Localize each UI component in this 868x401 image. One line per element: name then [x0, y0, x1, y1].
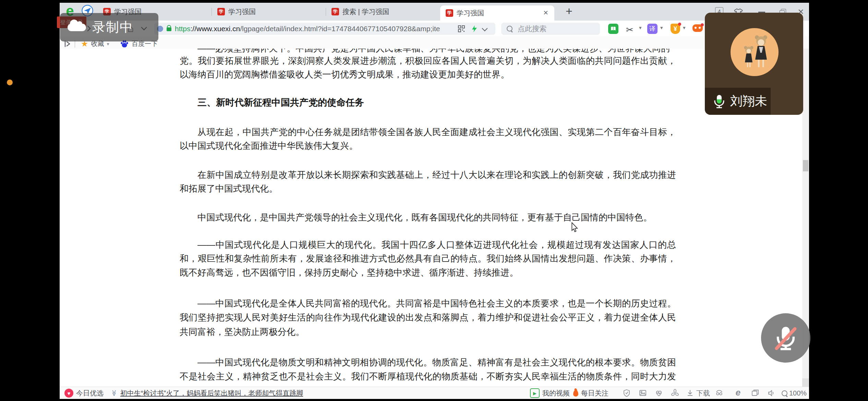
news-ticker[interactable]: ≫ 初中生“检讨书”火了，妈妈看后笑出猪叫，老师却气得直跳脚	[111, 387, 303, 399]
caller-avatar	[731, 28, 779, 76]
recording-status-label: 录制中	[92, 19, 133, 36]
scissors-menu-icon[interactable]: ▾	[639, 25, 642, 31]
ticker-chevron-icon: ≫	[110, 390, 118, 397]
muted-mic-icon	[771, 324, 800, 352]
article-line-clipped: ——必须坚持胸怀天下。中国共产党是为中国人民谋幸福、为中华民族谋复兴的党，也是为…	[180, 49, 676, 53]
download-label: 下载	[696, 389, 710, 398]
favorites-menu-icon[interactable]: ▾	[107, 41, 109, 47]
article-line: ——中国式现代化是全体人民共同富裕的现代化。共同富裕是中国特色社会主义的本质要求…	[180, 298, 676, 309]
speed-bolt-icon[interactable]	[470, 25, 479, 34]
screenshot-scissors-icon[interactable]: ✂	[626, 25, 634, 35]
pinwheel-icon[interactable]	[671, 389, 679, 399]
translate-glyph: 译	[649, 25, 655, 33]
translate-menu-icon[interactable]: ▾	[660, 25, 663, 31]
caller-nameplate: 刘翔未	[705, 88, 771, 115]
my-videos[interactable]: ▶ 我的视频	[530, 387, 570, 399]
today-pick[interactable]: ♥ 今日优选	[64, 387, 104, 399]
download-icon	[686, 389, 695, 398]
article-line: 党。我们要拓展世界眼光，深刻洞察人类发展进步潮流，积极回应各国人民普遍关切，为解…	[180, 56, 676, 66]
tab-2[interactable]: 学 学习强国	[212, 3, 326, 21]
novel-extension-icon[interactable]	[608, 24, 618, 34]
zoom-level: 100%	[789, 389, 807, 397]
mic-level-icon	[712, 94, 726, 109]
article-line: 在新中国成立特别是改革开放以来长期探索和实践基础上，经过十八大以来在理论和实践上…	[180, 170, 676, 181]
health-heart-icon[interactable]	[654, 389, 663, 399]
new-tab-button[interactable]: +	[562, 4, 576, 18]
close-tab-icon[interactable]: ×	[543, 8, 548, 17]
screen-recording: e 学 学习强国 学 学习强国 学 搜索 | 学习强国	[0, 0, 868, 401]
split-window-icon[interactable]	[751, 389, 760, 399]
game-extension-icon[interactable]	[692, 24, 703, 32]
scrollbar-bottom-segment	[802, 378, 809, 387]
heart-badge-icon: ♥	[64, 389, 73, 398]
ie-compat-icon[interactable]: e	[734, 388, 743, 397]
article-line: 以海纳百川的宽阔胸襟借鉴吸收人类一切优秀文明成果，推动建设更加美好的世界。	[180, 69, 676, 80]
tab-3[interactable]: 学 搜索 | 学习强国	[326, 3, 440, 21]
url-text[interactable]: https://www.xuexi.cn/lgpage/detail/index…	[175, 23, 548, 35]
image-capture-icon[interactable]	[638, 389, 647, 399]
zoom-magnifier-icon	[782, 390, 787, 396]
article-line: 和拓展了中国式现代化。	[180, 183, 676, 194]
yuan-glyph: ¥	[674, 25, 677, 33]
security-shield-icon[interactable]	[622, 389, 631, 399]
download-item[interactable]: 下载	[686, 387, 710, 399]
mouse-cursor	[570, 222, 579, 234]
xuexi-favicon-icon: 学	[446, 9, 453, 17]
incognito-icon[interactable]	[715, 389, 724, 399]
address-bar[interactable]: https://www.xuexi.cn/lgpage/detail/index…	[154, 23, 495, 35]
scrollbar-thumb[interactable]	[803, 160, 808, 171]
article-content: ——必须坚持胸怀天下。中国共产党是为中国人民谋幸福、为中华民族谋复兴的党，也是为…	[60, 49, 809, 387]
ie-glyph: e	[736, 387, 740, 398]
video-call-panel[interactable]: 刘翔未	[705, 13, 803, 115]
secure-lock-icon	[167, 27, 171, 31]
article-line: 不是社会主义，精神贫乏也不是社会主义。我们不断厚植现代化的物质基础，不断夯实人民…	[180, 371, 676, 382]
article-line: 从现在起，中国共产党的中心任务就是团结带领全国各族人民全面建成社会主义现代化强国…	[180, 127, 676, 138]
url-path: /lgpage/detail/index.html?id=17478440677…	[240, 25, 440, 33]
play-icon: ▶	[530, 388, 540, 398]
search-icon	[507, 26, 513, 32]
search-box[interactable]: 点此搜索	[501, 23, 600, 35]
notification-dot	[701, 23, 704, 26]
article-line: 共同富裕，坚决防止两极分化。	[180, 327, 676, 337]
tab-4-active[interactable]: 学 学习强国 ×	[440, 5, 554, 21]
headline-link[interactable]: 初中生“检讨书”火了，妈妈看后笑出猪叫，老师却气得直跳脚	[120, 389, 303, 398]
tab-label: 学习强国	[228, 7, 256, 16]
tab-bar: e 学 学习强国 学 学习强国 学 搜索 | 学习强国	[60, 3, 809, 21]
browser-window: e 学 学习强国 学 学习强国 学 搜索 | 学习强国	[60, 3, 809, 399]
today-pick-label: 今日优选	[76, 389, 104, 398]
daily-follow[interactable]: 每日关注	[573, 387, 608, 399]
microphone-muted-button[interactable]	[761, 313, 810, 363]
daily-follow-label: 每日关注	[581, 389, 608, 398]
url-host: ://www.xuexi.cn	[191, 25, 240, 33]
article-line: ——中国式现代化是物质文明和精神文明相协调的现代化。物质富足、精神富有是社会主义…	[180, 357, 676, 368]
article-heading: 三、新时代新征程中国共产党的使命任务	[180, 97, 676, 108]
caller-name: 刘翔未	[730, 93, 767, 110]
tab-label: 搜索 | 学习强国	[342, 7, 389, 16]
article-line: 以中国式现代化全面推进中华民族伟大复兴。	[180, 141, 676, 151]
url-scheme: https	[175, 25, 191, 33]
search-placeholder: 点此搜索	[518, 23, 546, 35]
flame-icon	[573, 390, 578, 397]
wallet-shield-extension-icon[interactable]: ¥	[671, 24, 680, 34]
article-line: 我们坚持把实现人民对美好生活的向往作为现代化建设的出发点和落脚点，着力维护和促进…	[180, 312, 676, 323]
xuexi-favicon-icon: 学	[217, 8, 225, 15]
article-line: 既不好高骛远，也不因循守旧，保持历史耐心，坚持稳中求进、循序渐进、持续推进。	[180, 267, 676, 278]
article-line: 中国式现代化，是中国共产党领导的社会主义现代化，既有各国现代化的共同特征，更有基…	[180, 212, 676, 222]
cloud-recording-icon	[68, 24, 86, 31]
tab-label: 学习强国	[457, 9, 484, 18]
my-videos-label: 我的视频	[542, 389, 570, 398]
speaker-icon[interactable]	[767, 389, 776, 399]
translate-extension-icon[interactable]: 译	[647, 24, 658, 34]
status-bar: ♥ 今日优选 ≫ 初中生“检讨书”火了，妈妈看后笑出猪叫，老师却气得直跳脚 ▶ …	[60, 387, 809, 399]
zoom-control[interactable]: 100%	[782, 387, 807, 399]
xuexi-favicon-icon: 学	[331, 8, 339, 15]
annotation-dot	[7, 80, 13, 85]
wallet-menu-icon[interactable]: ▾	[683, 25, 686, 31]
notification-dot	[678, 23, 681, 26]
article-line: 和，艰巨性和复杂性前所未有，发展途径和推进方式也必然具有自己的特点。我们始终从国…	[180, 253, 676, 264]
navigation-toolbar: ⌂ https://www.xuexi.cn/lgpage/detail/ind…	[60, 21, 809, 36]
qr-code-icon[interactable]	[458, 25, 465, 34]
recording-indicator[interactable]: 录制中	[60, 13, 158, 41]
article-line: ——中国式现代化是人口规模巨大的现代化。我国十四亿多人口整体迈进现代化社会，规模…	[180, 240, 676, 251]
